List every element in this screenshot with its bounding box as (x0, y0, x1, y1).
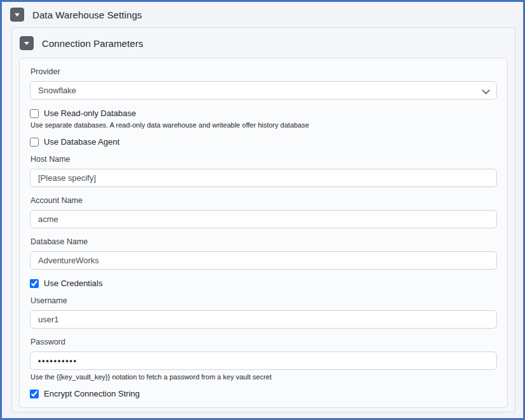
host-name-group: Host Name (30, 155, 497, 187)
page-title: Data Warehouse Settings (32, 10, 142, 20)
host-name-label: Host Name (30, 155, 497, 164)
connection-parameters-header: Connection Parameters (12, 28, 515, 58)
connection-parameters-body: Provider Snowflake Use Read-only Databas… (19, 58, 508, 408)
use-db-agent-checkbox[interactable] (30, 138, 39, 147)
use-credentials-checkbox[interactable] (30, 279, 39, 288)
use-readonly-db-row: Use Read-only Database (30, 108, 497, 118)
database-name-label: Database Name (30, 237, 497, 246)
use-credentials-row: Use Credentials (30, 279, 497, 288)
chevron-down-icon (15, 13, 20, 16)
collapse-settings-button[interactable] (10, 8, 24, 22)
account-name-group: Account Name (30, 196, 497, 228)
chevron-down-icon (24, 42, 29, 45)
username-label: Username (30, 296, 497, 305)
connection-parameters-card: Connection Parameters Provider Snowflake… (11, 27, 515, 412)
database-name-group: Database Name (30, 237, 497, 270)
username-group: Username (30, 296, 497, 329)
provider-select[interactable]: Snowflake (30, 81, 497, 100)
use-readonly-db-label: Use Read-only Database (44, 108, 136, 118)
provider-group: Provider Snowflake (30, 67, 497, 100)
password-label: Password (30, 338, 497, 346)
encrypt-connection-string-row: Encrypt Connection String (30, 389, 497, 398)
use-credentials-label: Use Credentials (44, 279, 103, 288)
encrypt-connection-string-checkbox[interactable] (30, 390, 39, 398)
use-readonly-db-checkbox[interactable] (30, 109, 39, 118)
account-name-input[interactable] (30, 210, 497, 228)
password-input[interactable] (30, 351, 497, 370)
account-name-label: Account Name (30, 196, 497, 205)
app-header: Data Warehouse Settings (2, 2, 523, 27)
use-db-agent-row: Use Database Agent (30, 137, 497, 147)
username-input[interactable] (30, 310, 497, 329)
provider-select-wrap: Snowflake (30, 81, 497, 100)
collapse-connection-parameters-button[interactable] (20, 36, 34, 50)
host-name-input[interactable] (30, 169, 497, 187)
use-db-agent-label: Use Database Agent (44, 137, 119, 147)
section-title: Connection Parameters (42, 38, 143, 49)
encrypt-connection-string-label: Encrypt Connection String (44, 389, 140, 398)
provider-label: Provider (30, 67, 497, 76)
password-help: Use the {{key_vault_key}} notation to fe… (30, 373, 497, 381)
database-name-input[interactable] (30, 251, 497, 270)
use-readonly-db-help: Use separate databases. A read-only data… (30, 121, 497, 129)
password-group: Password (30, 338, 497, 370)
